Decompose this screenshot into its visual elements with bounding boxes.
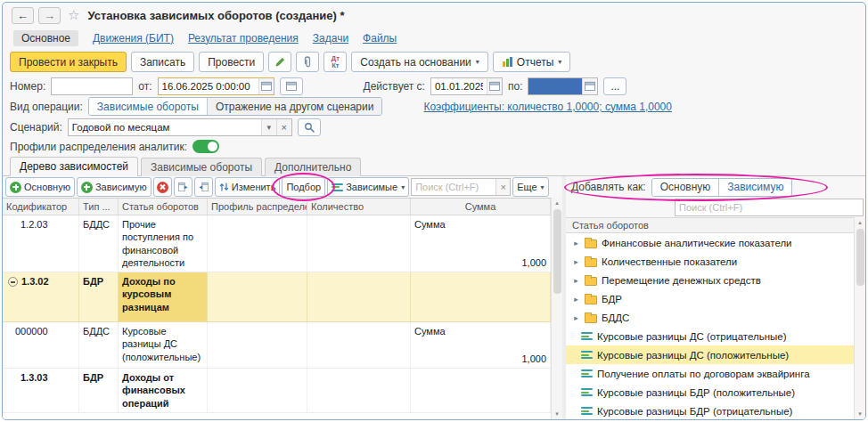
tree-item-row[interactable]: Курсовые разницы ДС (отрицательные) — [566, 327, 854, 345]
tree-folder-row[interactable]: ▸ БДДС — [566, 308, 854, 327]
valid-to-field[interactable] — [528, 77, 598, 95]
operation-option-dependent-turnovers[interactable]: Зависимые обороты — [89, 98, 207, 115]
grid-row[interactable]: 1.2.03 БДДС Прочие поступления по финанс… — [3, 215, 551, 272]
tree-search-input[interactable] — [412, 179, 495, 195]
expand-triangle-icon[interactable]: ▸ — [572, 257, 580, 266]
more-dates-button[interactable]: ... — [603, 77, 626, 95]
add-as-dependent-option[interactable]: Зависимую — [718, 179, 791, 196]
cell-article[interactable]: Курсовые разницы ДС (положительные) — [119, 322, 208, 368]
grid-row[interactable]: 1.3.03 БДР Доходы от финансовых операций — [3, 369, 551, 413]
articles-column-header[interactable]: Статья оборотов — [566, 217, 854, 233]
tree-item-row[interactable]: Курсовые разницы БДР (отрицательные) — [566, 402, 854, 419]
reports-button[interactable]: Отчеты ▾ — [493, 52, 571, 72]
edit-button[interactable]: Изменить — [215, 177, 281, 197]
cell-codifier[interactable]: 1.3.02 — [3, 272, 79, 321]
cell-profile[interactable] — [208, 272, 307, 321]
collapse-icon[interactable] — [8, 277, 18, 287]
move-out-of-group-button[interactable] — [174, 177, 192, 197]
forward-button[interactable]: → — [38, 7, 61, 24]
cell-quantity[interactable] — [307, 272, 411, 321]
dropdown-icon[interactable]: ▾ — [261, 119, 276, 135]
document-date-field[interactable] — [158, 77, 274, 95]
cell-type[interactable]: БДДС — [79, 322, 119, 368]
cell-profile[interactable] — [208, 322, 307, 368]
articles-search-input[interactable] — [676, 199, 863, 215]
cell-type[interactable]: БДР — [79, 272, 119, 321]
favorite-star-icon[interactable]: ☆ — [68, 7, 79, 23]
tree-item-row[interactable]: Курсовые разницы БДР (положительные) — [566, 383, 854, 402]
cell-codifier[interactable]: 000000 — [3, 322, 79, 368]
profiles-toggle[interactable] — [192, 140, 219, 153]
cell-codifier[interactable]: 1.3.03 — [3, 369, 79, 412]
tree-item-row[interactable]: Получение оплаты по договорам эквайринга — [566, 364, 854, 383]
pick-button[interactable]: Подбор — [282, 177, 325, 197]
scroll-up-icon[interactable]: ▴ — [858, 218, 862, 227]
tree-folder-row[interactable]: ▸ Финансовые аналитические показатели — [566, 233, 854, 252]
delete-button[interactable] — [153, 177, 172, 197]
clear-search-icon[interactable]: × — [495, 179, 510, 195]
tab-tasks[interactable]: Задачи — [313, 32, 348, 45]
coefficients-link[interactable]: Коэффициенты: количество 1,0000; сумма 1… — [423, 101, 672, 113]
articles-scrollbar[interactable]: ▴ ▾ — [854, 217, 865, 419]
column-header-codifier[interactable]: Кодификатор — [3, 199, 79, 215]
calendar-icon[interactable] — [582, 78, 597, 94]
add-as-main-option[interactable]: Основную — [652, 179, 719, 196]
post-button[interactable]: Провести — [199, 52, 264, 72]
grid-row[interactable]: 000000 БДДС Курсовые разницы ДС (положит… — [3, 322, 551, 369]
scenario-input[interactable] — [69, 119, 261, 135]
expand-triangle-icon[interactable]: ▸ — [572, 313, 580, 322]
create-on-basis-button[interactable]: Создать на основании ▾ — [351, 52, 488, 72]
attachments-button[interactable] — [296, 52, 319, 72]
cell-sum[interactable] — [411, 369, 551, 412]
tab-movements-bit[interactable]: Движения (БИТ) — [93, 32, 174, 45]
more-button[interactable]: Еще ▾ — [512, 177, 548, 197]
scroll-up-icon[interactable]: ▴ — [555, 199, 559, 207]
cell-article[interactable]: Прочие поступления по финансовой деятель… — [119, 215, 208, 272]
valid-from-input[interactable] — [431, 78, 487, 94]
calendar-icon[interactable] — [258, 78, 274, 94]
cell-article[interactable]: Доходы от финансовых операций — [119, 369, 208, 412]
calendar-icon[interactable] — [487, 78, 502, 94]
column-header-article[interactable]: Статья оборотов — [119, 199, 208, 215]
column-header-quantity[interactable]: Количество — [307, 199, 411, 215]
open-scenario-button[interactable] — [298, 118, 321, 136]
column-header-profile[interactable]: Профиль распределения — [208, 199, 307, 215]
cell-quantity[interactable] — [307, 369, 411, 412]
cell-profile[interactable] — [208, 215, 307, 272]
clear-icon[interactable]: × — [276, 119, 291, 135]
number-field[interactable] — [51, 77, 133, 95]
cell-article-current[interactable]: Доходы по курсовым разницам — [119, 272, 208, 321]
cell-type[interactable]: БДДС — [79, 215, 119, 272]
cell-codifier[interactable]: 1.2.03 — [3, 215, 79, 272]
scroll-down-icon[interactable]: ▾ — [555, 410, 559, 418]
tab-dependent-turnovers[interactable]: Зависимые обороты — [141, 158, 262, 176]
scrollbar-thumb[interactable] — [553, 209, 561, 294]
cell-quantity[interactable] — [307, 215, 411, 272]
grid-row-selected[interactable]: 1.3.02 БДР Доходы по курсовым разницам — [3, 272, 551, 322]
tree-folder-row[interactable]: ▸ БДР — [566, 289, 854, 308]
back-button[interactable]: ← — [12, 7, 34, 24]
grid-scrollbar[interactable]: ▴ ▾ — [551, 198, 562, 419]
tab-main[interactable]: Основное — [13, 30, 78, 46]
number-input[interactable] — [52, 78, 132, 94]
tree-folder-row[interactable]: ▸ Количественные показатели — [566, 252, 854, 271]
add-main-button[interactable]: Основную — [5, 177, 75, 197]
expand-triangle-icon[interactable]: ▸ — [572, 239, 580, 248]
document-date-input[interactable] — [159, 78, 258, 94]
edit-pencil-button[interactable] — [268, 52, 291, 72]
post-and-close-button[interactable]: Провести и закрыть — [10, 52, 127, 72]
scrollbar-thumb[interactable] — [856, 229, 864, 286]
scenario-combo[interactable]: ▾ × — [68, 118, 292, 136]
expand-triangle-icon[interactable]: ▸ — [572, 295, 580, 304]
tab-files[interactable]: Файлы — [363, 32, 397, 45]
current-date-button[interactable] — [280, 77, 303, 95]
cell-type[interactable]: БДР — [79, 369, 119, 412]
cell-quantity[interactable] — [307, 322, 411, 368]
operation-option-other-scenario[interactable]: Отражение на другом сценарии — [207, 98, 382, 115]
move-into-group-button[interactable] — [194, 177, 213, 197]
add-dependent-button[interactable]: Зависимую — [77, 177, 151, 197]
column-header-type[interactable]: Тип ... — [79, 199, 119, 215]
scroll-down-icon[interactable]: ▾ — [858, 410, 862, 418]
cell-profile[interactable] — [208, 369, 307, 412]
tab-additional[interactable]: Дополнительно — [265, 158, 361, 176]
